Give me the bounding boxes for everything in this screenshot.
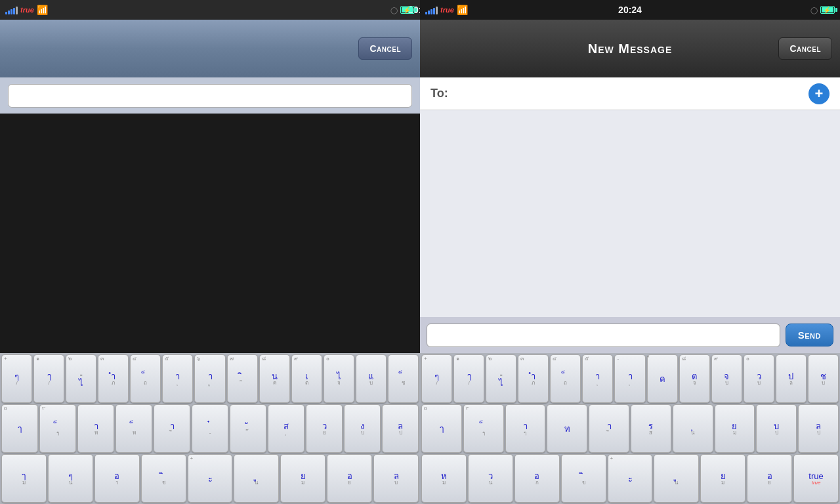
- rkey-th10[interactable]: ๐วบ: [744, 354, 774, 403]
- key-q11[interactable]: ลป: [382, 404, 419, 453]
- right-header-title: New Message: [588, 41, 673, 56]
- key-plus[interactable]: +ๆ/: [1, 354, 32, 403]
- key-th1[interactable]: ๑ๅ/: [33, 354, 64, 403]
- rkey-r4[interactable]: ิข: [561, 454, 606, 503]
- right-statusbar: true 📶 20:24 ◯ ⚡: [420, 0, 840, 20]
- kb-row-1: +ๆ/ ๑ๅ/ ๒-ไ ๓ำภ ๔็ถ ๕าุ ๖าู ๗ิี ๘นค ๙เต …: [1, 354, 419, 403]
- key-r7[interactable]: ยม: [280, 454, 326, 503]
- key-th11[interactable]: แบ: [356, 354, 387, 403]
- rkey-th3[interactable]: ๓ำภ: [518, 354, 549, 403]
- right-to-input[interactable]: [453, 88, 808, 100]
- right-header-inner: New Message Cancel: [428, 41, 832, 56]
- left-status-left: true 📶: [5, 5, 48, 15]
- right-status-right: ◯ ⚡: [810, 6, 835, 14]
- kb-row-2: 0ๅ \"็ๆ าท ็ท าื ๋- ั๊ สุ วย งบ ลป: [1, 404, 419, 453]
- rkey-th1[interactable]: ๑ๅ/: [453, 354, 484, 403]
- rkey-q5[interactable]: าื: [589, 404, 629, 453]
- key-q7[interactable]: ั๊: [230, 404, 266, 453]
- right-status-left: true 📶: [425, 5, 468, 15]
- rkb-row-3: หม วน อก ิข +ะ ูน ยม อย truetrue: [421, 454, 839, 503]
- rkey-0[interactable]: 0ๅ: [421, 404, 462, 453]
- left-panel: true 📶 20:24 ◯ ⚡ Cancel: [0, 0, 420, 353]
- key-th8[interactable]: ๘นค: [259, 354, 290, 403]
- rkb-row-2: 0ๅ \"็ๆ าๆ ท าื รส ุน ยม บป ลป: [421, 404, 839, 453]
- key-th12[interactable]: ็ช: [388, 354, 419, 403]
- right-keyboard: +ๆ/ ๑ๅ/ ๒-ไ ๓ำภ ๔็ถ ๕าุ -าุ ิค ๘ตจ ๙จบ ๐…: [420, 353, 840, 504]
- kb-row-3: ๅม ๆน อา ิช +ะ ูน ยม อย ลบ: [1, 454, 419, 503]
- key-th3[interactable]: ๓ำภ: [98, 354, 129, 403]
- key-0[interactable]: 0ๅ: [1, 404, 38, 453]
- rkey-r7[interactable]: ยม: [700, 454, 746, 503]
- key-r1[interactable]: ๅม: [1, 454, 47, 503]
- right-header: New Message Cancel: [420, 20, 840, 77]
- right-panel: true 📶 20:24 ◯ ⚡ New Message Cancel To: …: [420, 0, 840, 353]
- key-th4[interactable]: ๔็ถ: [130, 354, 161, 403]
- key-th7[interactable]: ๗ิี: [227, 354, 258, 403]
- add-contact-button[interactable]: +: [808, 83, 830, 104]
- rkey-q10[interactable]: ลป: [798, 404, 839, 453]
- rkey-th5[interactable]: ๕าุ: [582, 354, 613, 403]
- key-th5[interactable]: ๕าุ: [162, 354, 193, 403]
- rkey-r2[interactable]: วน: [468, 454, 513, 503]
- key-q2[interactable]: \"็ๆ: [39, 404, 76, 453]
- left-search-bar: [0, 77, 420, 114]
- right-to-bar: To: +: [420, 77, 840, 110]
- left-wifi-icon: 📶: [37, 5, 48, 15]
- rkey-r3[interactable]: อก: [514, 454, 560, 503]
- right-compose-input[interactable]: [427, 324, 780, 347]
- rkey-q6[interactable]: รส: [631, 404, 671, 453]
- right-signal-icon: [425, 5, 438, 14]
- rkey-r8[interactable]: อย: [747, 454, 792, 503]
- left-cancel-button[interactable]: Cancel: [358, 37, 412, 60]
- key-q6[interactable]: ๋-: [192, 404, 228, 453]
- send-button[interactable]: Send: [786, 324, 833, 346]
- key-th9[interactable]: ๙เต: [291, 354, 322, 403]
- key-q4[interactable]: ็ท: [116, 404, 152, 453]
- right-wifi-icon: 📶: [457, 5, 468, 15]
- key-q3[interactable]: าท: [77, 404, 114, 453]
- keyboards-row: +ๆ/ ๑ๅ/ ๒-ไ ๓ำภ ๔็ถ ๕าุ ๖าู ๗ิี ๘นค ๙เต …: [0, 353, 840, 504]
- rkey-th12[interactable]: ชบ: [808, 354, 839, 403]
- right-message-area: [420, 110, 840, 317]
- rkey-q9[interactable]: บป: [756, 404, 797, 453]
- rkey-r5[interactable]: +ะ: [608, 454, 653, 503]
- key-th10[interactable]: ๐ไจ: [324, 354, 354, 403]
- rkey-q2[interactable]: \"็ๆ: [463, 404, 504, 453]
- key-th6[interactable]: ๖าู: [194, 354, 225, 403]
- rkey-th9[interactable]: ๙จบ: [711, 354, 742, 403]
- rkey-q7[interactable]: ุน: [673, 404, 713, 453]
- right-cancel-button[interactable]: Cancel: [778, 37, 832, 60]
- key-r2[interactable]: ๆน: [48, 454, 93, 503]
- key-q9[interactable]: วย: [306, 404, 343, 453]
- rkey-th11[interactable]: ปล: [776, 354, 807, 403]
- key-th2[interactable]: ๒-ไ: [66, 354, 96, 403]
- rkey-r6[interactable]: ูน: [654, 454, 699, 503]
- rkey-r1[interactable]: หม: [421, 454, 467, 503]
- key-q10[interactable]: งบ: [344, 404, 381, 453]
- left-dark-area: [0, 114, 420, 353]
- key-r3[interactable]: อา: [94, 454, 140, 503]
- left-keyboard: +ๆ/ ๑ๅ/ ๒-ไ ๓ำภ ๔็ถ ๕าุ ๖าู ๗ิี ๘นค ๙เต …: [0, 353, 420, 504]
- rkey-r9[interactable]: truetrue: [793, 454, 839, 503]
- rkey-q8[interactable]: ยม: [715, 404, 755, 453]
- key-r6[interactable]: ูน: [234, 454, 279, 503]
- rkey-th8[interactable]: ๘ตจ: [679, 354, 710, 403]
- rkey-q3[interactable]: าๆ: [505, 404, 546, 453]
- left-search-input[interactable]: [8, 84, 412, 108]
- key-r4[interactable]: ิช: [141, 454, 186, 503]
- key-r5[interactable]: +ะ: [188, 454, 233, 503]
- rkey-q4[interactable]: ท: [547, 404, 587, 453]
- rkey-th4[interactable]: ๔็ถ: [550, 354, 581, 403]
- key-r8[interactable]: อย: [327, 454, 372, 503]
- key-q8[interactable]: สุ: [268, 404, 304, 453]
- rkey-th2[interactable]: ๒-ไ: [486, 354, 516, 403]
- rkey-th5b[interactable]: -าุ: [614, 354, 645, 403]
- left-carrier-label: true: [20, 6, 34, 14]
- key-q5[interactable]: าื: [154, 404, 190, 453]
- key-r9[interactable]: ลบ: [373, 454, 419, 503]
- right-battery-icon: ⚡: [820, 6, 835, 14]
- left-signal2-icon: ◯: [390, 7, 398, 14]
- left-statusbar: true 📶 20:24 ◯ ⚡: [0, 0, 420, 20]
- rkey-plus[interactable]: +ๆ/: [421, 354, 452, 403]
- rkey-th7[interactable]: ิค: [647, 354, 678, 403]
